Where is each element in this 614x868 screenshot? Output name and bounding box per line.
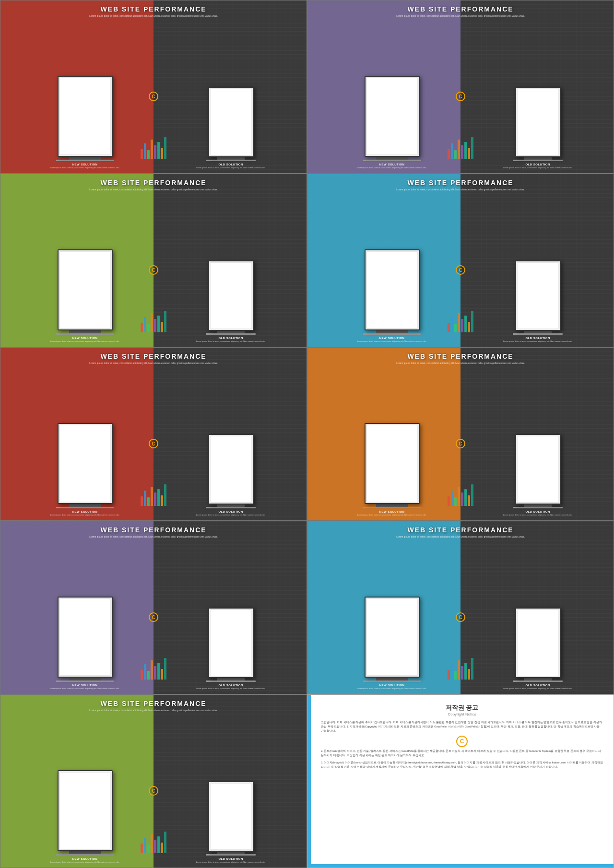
c-logo: C	[149, 786, 158, 796]
slide-title: WEB SITE PERFORMANCE	[10, 5, 297, 13]
c-logo: C	[149, 439, 158, 448]
slide-desc: Lorem ipsum dolor sit amet, consectetur …	[317, 362, 604, 365]
c-logo: C	[456, 612, 465, 622]
slide-title: WEB SITE PERFORMANCE	[317, 352, 604, 360]
slide-8: WEB SITE PERFORMANCELorem ipsum dolor si…	[307, 521, 614, 694]
slide-1: WEB SITE PERFORMANCELorem ipsum dolor si…	[0, 0, 307, 174]
c-logo: C	[456, 92, 465, 101]
slide-desc: Lorem ipsum dolor sit amet, consectetur …	[317, 14, 604, 18]
new-solution-label: NEW SOLUTION	[72, 684, 98, 687]
old-solution-label: OLD SOLUTION	[218, 337, 243, 340]
slide-title: WEB SITE PERFORMANCE	[10, 700, 297, 707]
new-solution-label: NEW SOLUTION	[72, 857, 98, 860]
c-logo: C	[456, 439, 465, 448]
slide-4: WEB SITE PERFORMANCELorem ipsum dolor si…	[307, 174, 614, 347]
slides-grid: WEB SITE PERFORMANCELorem ipsum dolor si…	[0, 0, 614, 868]
new-solution-label: NEW SOLUTION	[379, 163, 405, 166]
c-logo: C	[149, 92, 158, 101]
slide-9: WEB SITE PERFORMANCELorem ipsum dolor si…	[0, 694, 307, 868]
old-solution-label: OLD SOLUTION	[218, 163, 243, 166]
old-solution-label: OLD SOLUTION	[525, 163, 550, 166]
slide-title: WEB SITE PERFORMANCE	[317, 179, 604, 187]
c-logo: C	[149, 265, 158, 275]
slide-title: WEB SITE PERFORMANCE	[317, 526, 604, 534]
slide-3: WEB SITE PERFORMANCELorem ipsum dolor si…	[0, 174, 307, 347]
slide-desc: Lorem ipsum dolor sit amet, consectetur …	[10, 709, 297, 713]
slide-desc: Lorem ipsum dolor sit amet, consectetur …	[10, 14, 297, 18]
old-solution-label: OLD SOLUTION	[525, 510, 550, 513]
slide-desc: Lorem ipsum dolor sit amet, consectetur …	[10, 362, 297, 365]
slide-6: WEB SITE PERFORMANCELorem ipsum dolor si…	[307, 347, 614, 521]
slide-title: WEB SITE PERFORMANCE	[10, 526, 297, 534]
slide-desc: Lorem ipsum dolor sit amet, consectetur …	[10, 188, 297, 192]
old-solution-label: OLD SOLUTION	[218, 510, 243, 513]
slide-7: WEB SITE PERFORMANCELorem ipsum dolor si…	[0, 521, 307, 694]
new-solution-label: NEW SOLUTION	[72, 163, 98, 166]
new-solution-label: NEW SOLUTION	[379, 337, 405, 340]
slide-desc: Lorem ipsum dolor sit amet, consectetur …	[317, 535, 604, 539]
slide-5: WEB SITE PERFORMANCELorem ipsum dolor si…	[0, 347, 307, 521]
old-solution-label: OLD SOLUTION	[525, 337, 550, 340]
new-solution-label: NEW SOLUTION	[379, 510, 405, 513]
copyright-subtitle: Copyright Notice	[321, 712, 603, 716]
old-solution-label: OLD SOLUTION	[525, 684, 550, 687]
copyright-title: 저작권 공고	[321, 704, 603, 712]
slide-title: WEB SITE PERFORMANCE	[317, 5, 604, 13]
new-solution-label: NEW SOLUTION	[72, 337, 98, 340]
old-solution-label: OLD SOLUTION	[218, 857, 243, 860]
new-solution-label: NEW SOLUTION	[72, 510, 98, 513]
old-solution-label: OLD SOLUTION	[218, 684, 243, 687]
slide-2: WEB SITE PERFORMANCELorem ipsum dolor si…	[307, 0, 614, 174]
slide-title: WEB SITE PERFORMANCE	[10, 352, 297, 360]
copyright-panel: 저작권 공고Copyright Notice고맙습니다. 저희 서비스를 이용해…	[307, 694, 614, 868]
slide-desc: Lorem ipsum dolor sit amet, consectetur …	[10, 535, 297, 539]
slide-title: WEB SITE PERFORMANCE	[10, 179, 297, 187]
c-logo: C	[456, 265, 465, 275]
c-logo: C	[149, 612, 158, 622]
slide-desc: Lorem ipsum dolor sit amet, consectetur …	[317, 188, 604, 192]
new-solution-label: NEW SOLUTION	[379, 684, 405, 687]
